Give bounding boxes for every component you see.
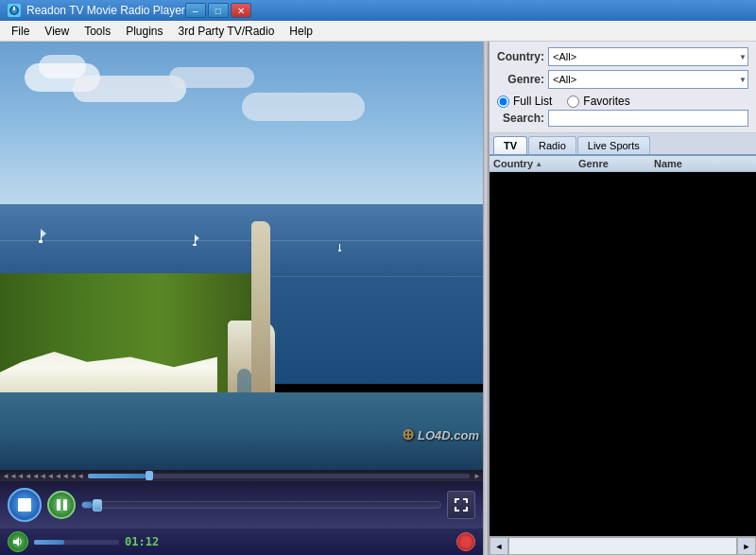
volume-button[interactable] (8, 531, 28, 552)
playback-handle[interactable] (93, 499, 102, 512)
bottom-controls: 01:12 (0, 529, 483, 555)
full-list-option[interactable]: Full List (497, 95, 552, 108)
right-panel: Country: <All> ▼ Genre: <All> ▼ (489, 42, 756, 555)
channel-tabs: TV Radio Live Sports (490, 133, 756, 156)
filter-section: Country: <All> ▼ Genre: <All> ▼ (490, 42, 756, 133)
title-bar: Readon TV Movie Radio Player – □ ✕ (0, 0, 756, 21)
favorites-option[interactable]: Favorites (567, 95, 629, 108)
video-display (0, 42, 483, 470)
cloud-2 (39, 55, 86, 78)
menu-file[interactable]: File (4, 23, 37, 40)
column-country[interactable]: Country ▲ (493, 158, 578, 169)
column-genre-label: Genre (578, 158, 609, 169)
sailboat-1 (39, 232, 43, 243)
menu-help[interactable]: Help (282, 23, 320, 40)
channel-list-body (490, 172, 756, 536)
playback-fill (82, 502, 93, 508)
volume-slider[interactable] (34, 540, 119, 545)
sailboat-2 (193, 236, 197, 246)
full-list-radio[interactable] (497, 95, 509, 108)
maximize-button[interactable]: □ (208, 3, 229, 18)
genre-label: Genre: (497, 73, 544, 86)
seek-handle[interactable] (146, 471, 153, 480)
tab-radio[interactable]: Radio (528, 136, 576, 154)
volume-fill (34, 540, 64, 545)
country-select[interactable]: <All> (548, 47, 748, 66)
column-name[interactable]: Name (654, 158, 752, 169)
full-list-label: Full List (513, 95, 552, 108)
tab-live-sports[interactable]: Live Sports (577, 136, 650, 154)
menu-bar: File View Tools Plugins 3rd Party TV/Rad… (0, 21, 756, 42)
progress-area: ◄◄◄◄◄◄◄◄◄◄◄ ► (0, 470, 483, 481)
seek-fill (88, 474, 146, 478)
left-panel: ⊕ LO4D.com ◄◄◄◄◄◄◄◄◄◄◄ ► (0, 42, 483, 555)
video-area: ⊕ LO4D.com (0, 42, 483, 470)
column-country-label: Country (493, 158, 533, 169)
svg-rect-6 (466, 498, 468, 503)
scroll-track[interactable] (508, 537, 737, 555)
country-select-wrapper: <All> ▼ (548, 47, 748, 66)
rock-arch (237, 369, 251, 392)
cloud-4 (169, 67, 254, 88)
stop-icon (18, 498, 31, 512)
controls-bar (0, 481, 483, 529)
menu-view[interactable]: View (37, 23, 77, 40)
column-genre[interactable]: Genre (578, 158, 654, 169)
svg-rect-4 (455, 498, 456, 503)
search-label: Search: (497, 112, 544, 125)
menu-3rdparty[interactable]: 3rd Party TV/Radio (171, 23, 283, 40)
main-layout: ⊕ LO4D.com ◄◄◄◄◄◄◄◄◄◄◄ ► (0, 42, 756, 555)
country-label: Country: (497, 50, 544, 63)
tab-tv[interactable]: TV (493, 136, 527, 154)
column-name-label: Name (654, 158, 682, 169)
seek-bar[interactable] (88, 474, 470, 478)
scroll-right-button[interactable]: ► (737, 537, 756, 555)
window-controls: – □ ✕ (185, 3, 251, 18)
search-input[interactable] (548, 110, 748, 127)
pause-button[interactable] (47, 491, 76, 519)
genre-select[interactable]: <All> (548, 70, 748, 89)
favorites-radio[interactable] (567, 95, 579, 108)
window-title: Readon TV Movie Radio Player (26, 4, 185, 17)
minimize-button[interactable]: – (185, 3, 206, 18)
pause-bar-left (57, 499, 60, 511)
cloud-5 (242, 93, 365, 121)
stop-button[interactable] (8, 488, 42, 522)
list-type-group: Full List Favorites (497, 93, 748, 110)
panel-divider (483, 42, 489, 555)
country-sort-icon: ▲ (535, 160, 542, 168)
fullscreen-button[interactable] (447, 491, 475, 519)
channel-list-header: Country ▲ Genre Name (490, 156, 756, 172)
country-row: Country: <All> ▼ (497, 47, 748, 66)
menu-tools[interactable]: Tools (77, 23, 118, 40)
sailboat-3 (338, 244, 341, 251)
favorites-label: Favorites (583, 95, 629, 108)
svg-marker-11 (13, 537, 19, 546)
wave-1 (0, 240, 483, 241)
svg-rect-2 (13, 7, 15, 10)
pause-bar-right (63, 499, 67, 511)
search-row: Search: (497, 110, 748, 127)
bottom-scrollbar: ◄ ► (490, 536, 756, 555)
svg-rect-10 (466, 507, 468, 512)
record-button[interactable] (456, 532, 475, 551)
svg-rect-8 (455, 507, 456, 512)
genre-row: Genre: <All> ▼ (497, 70, 748, 89)
time-display: 01:12 (125, 535, 159, 548)
genre-select-wrapper: <All> ▼ (548, 70, 748, 89)
scroll-left-button[interactable]: ◄ (490, 537, 508, 555)
rock-stack (251, 221, 270, 392)
app-icon (8, 4, 21, 17)
watermark: ⊕ LO4D.com (402, 425, 479, 443)
playback-progress[interactable] (81, 501, 441, 509)
close-button[interactable]: ✕ (231, 3, 251, 18)
menu-plugins[interactable]: Plugins (118, 23, 170, 40)
